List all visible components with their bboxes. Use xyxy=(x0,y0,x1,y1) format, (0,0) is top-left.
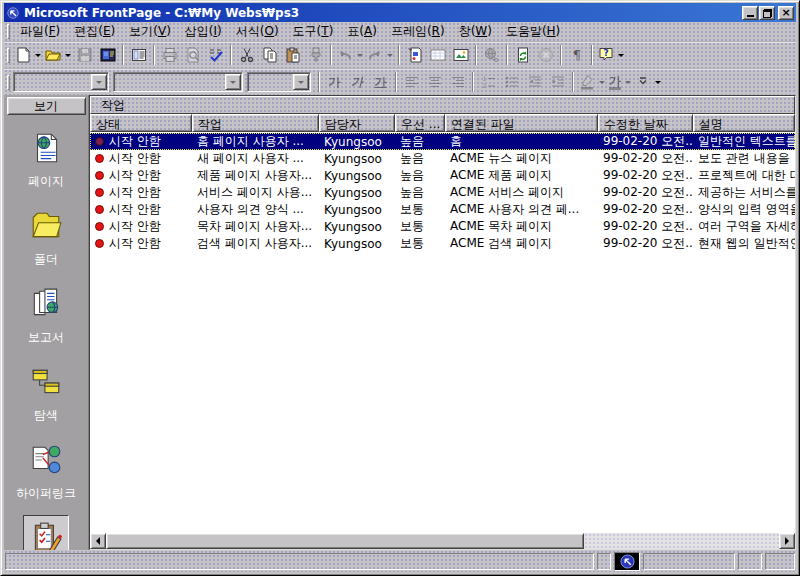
numbered-list-button: 12 xyxy=(477,71,500,93)
task-row[interactable]: 시작 안함홈 페이지 사용자 ...Kyungsoo높음홈99-02-20 오전… xyxy=(90,133,795,150)
sidebar-item-page[interactable]: 페이지 xyxy=(16,125,76,190)
open-button[interactable] xyxy=(43,44,73,66)
column-header-1[interactable]: 상태 xyxy=(90,114,192,132)
spelling-icon xyxy=(208,47,224,63)
redo-button xyxy=(365,44,395,66)
cell-task: 검색 페이지 사용자... xyxy=(192,235,319,252)
task-row[interactable]: 시작 안함서비스 페이지 사용...Kyungsoo높음ACME 서비스 페이지… xyxy=(90,184,795,201)
window-title: Microsoft FrontPage - C:₩My Webs₩ps3 xyxy=(24,6,738,20)
publish-web-icon xyxy=(100,47,116,63)
toolbar-grip[interactable] xyxy=(7,48,10,63)
task-row[interactable]: 시작 안함제품 페이지 사용자...Kyungsoo높음ACME 제품 페이지9… xyxy=(90,167,795,184)
folder-list-button[interactable] xyxy=(127,44,150,66)
publish-web-button[interactable] xyxy=(96,44,119,66)
underline-label: 가 xyxy=(375,76,387,88)
italic-button: 가 xyxy=(346,71,369,93)
toolbar-options-button[interactable] xyxy=(633,71,663,93)
chevron-down-icon xyxy=(230,81,236,84)
toolbar-separator xyxy=(398,45,400,65)
sidebar-item-hyperlinks[interactable]: 하이퍼링크 xyxy=(16,437,76,502)
column-header-3[interactable]: 담당자 xyxy=(319,114,395,132)
cell-task: 목차 페이지 사용자... xyxy=(192,218,319,235)
sidebar-item-navigation[interactable]: 탐색 xyxy=(16,359,76,424)
menu-item-F[interactable]: 파일(F) xyxy=(13,22,67,41)
menu-item-H[interactable]: 도움말(H) xyxy=(499,22,567,41)
show-paragraph-button[interactable]: ¶ xyxy=(565,44,588,66)
help-button[interactable]: ? xyxy=(596,44,626,66)
new-page-button[interactable] xyxy=(13,44,43,66)
column-header-4[interactable]: 우선 ... xyxy=(395,114,445,132)
align-center-icon xyxy=(427,74,443,90)
menu-item-R[interactable]: 프레임(R) xyxy=(384,22,452,41)
menu-item-V[interactable]: 보기(V) xyxy=(122,22,178,41)
cell-modified: 99-02-20 오전... xyxy=(598,218,693,235)
scrollbar-thumb[interactable] xyxy=(106,533,584,549)
insert-component-icon xyxy=(407,47,423,63)
scroll-right-icon xyxy=(785,537,789,545)
print-icon xyxy=(162,47,178,63)
svg-text:¶: ¶ xyxy=(572,48,580,63)
column-header-6[interactable]: 수정한 날짜 xyxy=(598,114,693,132)
cell-linked: ACME 서비스 페이지 xyxy=(445,184,598,201)
view-label: 탐색 xyxy=(34,407,58,424)
task-status-icon xyxy=(95,171,104,180)
cut-button[interactable] xyxy=(235,44,258,66)
column-header-7[interactable]: 설명 xyxy=(693,114,795,132)
view-icon-frame xyxy=(23,281,69,327)
decrease-indent-button xyxy=(523,71,546,93)
task-row[interactable]: 시작 안함새 페이지 사용자 ...Kyungsoo높음ACME 뉴스 페이지9… xyxy=(90,150,795,167)
toolbar-separator xyxy=(475,45,477,65)
format-painter-button xyxy=(304,44,327,66)
sidebar-item-folders[interactable]: 폴더 xyxy=(16,203,76,268)
task-status-icon xyxy=(95,205,104,214)
menu-item-I[interactable]: 삽입(I) xyxy=(178,22,229,41)
task-row[interactable]: 시작 안함목차 페이지 사용자...Kyungsoo보통ACME 목차 페이지9… xyxy=(90,218,795,235)
column-header-5[interactable]: 연결된 파일 xyxy=(445,114,598,132)
menu-item-A[interactable]: 표(A) xyxy=(340,22,384,41)
menu-item-E[interactable]: 편집(E) xyxy=(67,22,122,41)
menu-item-O[interactable]: 서식(O) xyxy=(229,22,286,41)
menu-item-W[interactable]: 창(W) xyxy=(452,22,499,41)
menu-item-T[interactable]: 도구(T) xyxy=(286,22,341,41)
status-panel xyxy=(765,553,795,570)
dropdown-arrow-icon xyxy=(357,54,363,57)
task-row[interactable]: 시작 안함검색 페이지 사용자...Kyungsoo보통ACME 검색 페이지9… xyxy=(90,235,795,252)
spelling-button[interactable] xyxy=(204,44,227,66)
align-center-button xyxy=(423,71,446,93)
format-painter-icon xyxy=(308,47,324,63)
scroll-right-button[interactable] xyxy=(779,533,795,549)
copy-button[interactable] xyxy=(258,44,281,66)
help-icon: ? xyxy=(598,47,614,63)
insert-component-button[interactable] xyxy=(403,44,426,66)
insert-table-button[interactable] xyxy=(426,44,449,66)
svg-text:2: 2 xyxy=(482,82,486,89)
cell-task: 서비스 페이지 사용... xyxy=(192,184,319,201)
task-row[interactable]: 시작 안함사용자 의견 양식 ...Kyungsoo보통ACME 사용자 의견 … xyxy=(90,201,795,218)
scroll-left-icon xyxy=(96,537,100,545)
column-header-2[interactable]: 작업 xyxy=(192,114,319,132)
redo-icon xyxy=(367,47,383,63)
view-icon-frame xyxy=(23,359,69,405)
increase-indent-icon xyxy=(550,74,566,90)
toolbar-grip[interactable] xyxy=(7,24,10,39)
save-button xyxy=(73,44,96,66)
scrollbar-track[interactable] xyxy=(584,533,779,549)
cell-status: 시작 안함 xyxy=(90,133,192,150)
cell-linked: ACME 사용자 의견 페... xyxy=(445,201,598,218)
insert-picture-button[interactable] xyxy=(449,44,472,66)
sidebar-item-tasks[interactable]: 작업 xyxy=(16,515,76,550)
status-panel xyxy=(643,553,735,570)
minimize-button[interactable] xyxy=(742,6,758,20)
refresh-button[interactable] xyxy=(511,44,534,66)
scroll-left-button[interactable] xyxy=(90,533,106,549)
reports-view-icon xyxy=(29,287,63,321)
close-button[interactable]: × xyxy=(778,6,794,20)
align-right-icon xyxy=(450,74,466,90)
sidebar-item-reports[interactable]: 보고서 xyxy=(16,281,76,346)
horizontal-scrollbar[interactable] xyxy=(90,533,795,549)
cell-modified: 99-02-20 오전... xyxy=(598,150,693,167)
paste-button[interactable] xyxy=(281,44,304,66)
restore-button[interactable] xyxy=(759,6,775,20)
cell-assigned: Kyungsoo xyxy=(319,133,395,150)
toolbar-grip[interactable] xyxy=(7,75,10,90)
